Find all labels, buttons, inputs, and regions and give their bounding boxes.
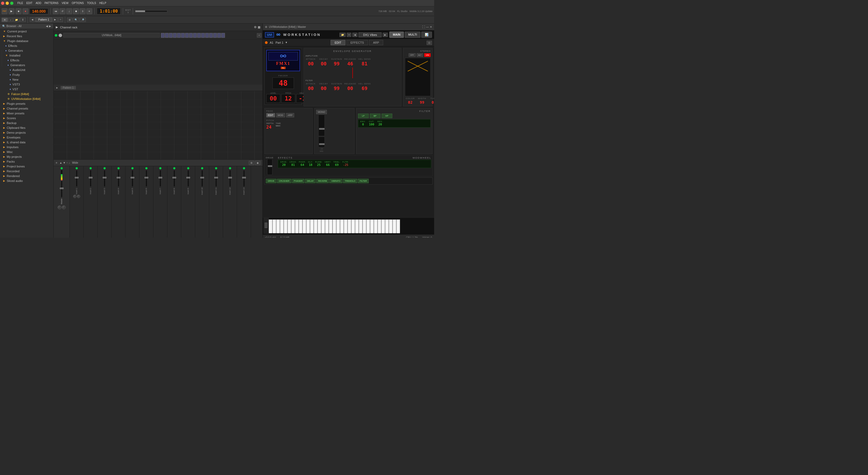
minimize-button[interactable]	[6, 2, 9, 5]
delay-btn[interactable]: DELAY	[305, 179, 316, 183]
uvi-nav-prev[interactable]: ◀	[352, 33, 358, 37]
mixer-arrow-up[interactable]: ▲	[60, 161, 62, 164]
sidebar-item-vst3[interactable]: ♦ VST3	[0, 82, 53, 87]
env-val-value[interactable]: 0	[362, 123, 364, 126]
mixer-btn[interactable]: 🎚	[20, 18, 26, 22]
sidebar-item-generators[interactable]: ♦ Generators	[0, 48, 53, 53]
fmizer-value[interactable]: 48	[273, 77, 294, 89]
piano-keyboard[interactable]	[263, 217, 434, 234]
flt-sustain-value[interactable]: 99	[332, 86, 342, 91]
sidebar-item-new[interactable]: ♦ New	[0, 77, 53, 82]
sidebar-item-scores[interactable]: ▶ Scores	[0, 116, 53, 121]
insert7-fader[interactable]	[160, 170, 161, 186]
menu-tools[interactable]: TOOLS	[86, 1, 97, 5]
mixer-arrow-in[interactable]: ↑	[66, 161, 68, 164]
channel-rack-item[interactable]: UVIWork...64bit]	[54, 31, 262, 40]
page-arp-btn[interactable]: ARP	[286, 113, 294, 117]
phsr-val[interactable]: 64	[301, 163, 304, 167]
sidebar-nav-next[interactable]: ▶	[49, 25, 51, 28]
reverb-btn[interactable]: REVERB	[316, 179, 329, 183]
mixer-channel-9[interactable]: Insert 9	[181, 166, 195, 238]
tune-value[interactable]: 02	[429, 100, 434, 104]
channel-rack-bars[interactable]: ▦	[258, 26, 260, 29]
key-g3[interactable]	[336, 219, 340, 233]
key-c4[interactable]	[347, 219, 351, 233]
pattern-add[interactable]: +	[58, 18, 63, 22]
filter-lp-btn[interactable]: LP	[358, 113, 369, 118]
master-fader[interactable]	[61, 181, 62, 197]
drive-slider-handle[interactable]	[268, 165, 272, 167]
insert3-fader[interactable]	[104, 170, 105, 186]
rewind-button[interactable]: ⏮	[53, 8, 59, 14]
key-a5[interactable]	[393, 219, 396, 233]
key-b4[interactable]	[370, 219, 374, 233]
drive-btn[interactable]: DRIVE	[266, 179, 276, 183]
key-g4[interactable]	[363, 219, 366, 233]
key-d1[interactable]	[273, 219, 276, 233]
browser-btn[interactable]: 📁	[13, 18, 20, 22]
part-dropdown[interactable]: ▾	[286, 41, 287, 44]
sidebar-item-falcon[interactable]: ⚙ Falcon [64bit]	[0, 92, 53, 96]
drve-val[interactable]: 20	[282, 163, 286, 167]
master-pan-knob[interactable]	[58, 205, 61, 209]
key-b1[interactable]	[291, 219, 295, 233]
insert12-fader[interactable]	[229, 170, 230, 186]
sidebar-item-mixer-presets[interactable]: ▶ Mixer presets	[0, 111, 53, 116]
pat-button[interactable]: PAT	[2, 8, 7, 14]
mixer-channel-13[interactable]: Insert 13	[237, 166, 251, 238]
sidebar-item-rendered[interactable]: ▶ Rendered	[0, 174, 53, 178]
key-c2[interactable]	[295, 219, 299, 233]
menu-add[interactable]: ADD	[34, 1, 43, 5]
mixer-channel-3[interactable]: Insert 3	[98, 166, 112, 238]
metronome-button[interactable]: ♩	[66, 8, 72, 14]
mixer-arrow-out[interactable]: ↓	[69, 161, 70, 164]
sidebar-item-project-bones[interactable]: ▶ Project bones	[0, 164, 53, 169]
uvi-expand-btn[interactable]: ⛶	[422, 26, 425, 28]
key-c3[interactable]	[321, 219, 325, 233]
sidebar-item-recorded[interactable]: ▶ Recorded	[0, 169, 53, 174]
key-f4[interactable]	[359, 219, 363, 233]
zoom-out-btn[interactable]: 🔎	[80, 18, 86, 22]
insert11-fader[interactable]	[216, 170, 217, 186]
pattern-area[interactable]	[54, 91, 262, 160]
sidebar-item-plugin-database[interactable]: ▼ Plugin database	[0, 39, 53, 43]
res-val-value[interactable]: 20	[378, 123, 382, 126]
sidebar-item-plugin-presets[interactable]: ▶ Plugin presets	[0, 101, 53, 106]
stereo-alt-btn[interactable]: ALT	[417, 53, 423, 57]
key-e3[interactable]	[329, 219, 333, 233]
menu-options[interactable]: OPTIONS	[70, 1, 85, 5]
color-value[interactable]: 02	[405, 100, 415, 104]
key-e1[interactable]	[276, 219, 280, 233]
key-g1[interactable]	[284, 219, 287, 233]
mixer-channel-7[interactable]: Insert 7	[153, 166, 167, 238]
key-f3[interactable]	[333, 219, 336, 233]
page-edit-btn[interactable]: EDIT	[266, 113, 275, 117]
tremolo-btn[interactable]: TREMOLO	[343, 179, 358, 183]
progress-bar[interactable]	[135, 10, 167, 12]
sidebar-item-demo[interactable]: ▶ Demo projects	[0, 130, 53, 135]
pattern-next[interactable]: ▶	[53, 18, 58, 22]
flt-decay-value[interactable]: 00	[318, 86, 329, 91]
crsh-val[interactable]: 81	[291, 163, 295, 167]
sidebar-nav-prev[interactable]: ◀	[46, 25, 48, 28]
trml-val[interactable]: 69	[335, 163, 338, 167]
flt-velsens-value[interactable]: 69	[359, 86, 370, 91]
master-vol-knob[interactable]	[62, 205, 66, 209]
sidebar-item-clipboard[interactable]: ▶ Clipboard files	[0, 125, 53, 130]
record-button[interactable]: ●	[23, 8, 28, 14]
pitch-small-slider[interactable]	[318, 137, 325, 147]
piano-roll-btn[interactable]: ♪	[8, 18, 13, 22]
menu-patterns[interactable]: PATTERNS	[43, 1, 60, 5]
key-b3[interactable]	[344, 219, 347, 233]
uvi-nav-folder[interactable]: 📁	[339, 33, 346, 37]
vibrato-btn[interactable]: VIBRATO	[329, 179, 342, 183]
key-g2[interactable]	[310, 219, 314, 233]
channel-mute[interactable]	[58, 33, 62, 37]
dly-val[interactable]: 18	[309, 163, 312, 167]
sidebar-item-audiounit[interactable]: ♦ AudioUnit	[0, 68, 53, 72]
mixer-channel-5[interactable]: Insert 5	[125, 166, 140, 238]
channel-rack-expand[interactable]: ▶	[56, 26, 58, 29]
sidebar-item-sliced-audio[interactable]: ▶ Sliced audio	[0, 178, 53, 183]
mixer-channel-1[interactable]: Insert 1	[70, 166, 84, 238]
key-d5[interactable]	[377, 219, 381, 233]
